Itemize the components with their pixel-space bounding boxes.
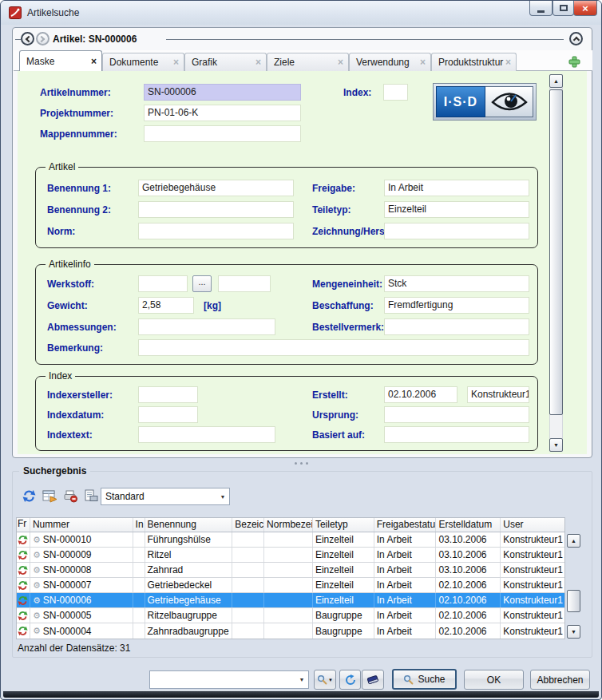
article-panel: Artikel: SN-000006 Maske × Dokumente × G… [12, 27, 592, 458]
indextext-field[interactable] [138, 426, 275, 443]
table-scroll-up-button[interactable]: ▲ [567, 534, 580, 548]
column-header-fr[interactable]: Fr [17, 518, 30, 532]
tab-verwendung[interactable]: Verwendung × [349, 53, 431, 71]
cell-freigabe: In Arbeit [374, 532, 437, 547]
column-header-nummer[interactable]: Nummer [30, 518, 133, 532]
ok-button[interactable]: OK [464, 670, 524, 690]
mengeneinheit-field[interactable]: Stck [384, 275, 529, 292]
artikel-group: Artikel Benennung 1: Getriebegehäuse Fre… [35, 167, 538, 248]
werkstoff-browse-button[interactable]: ... [192, 275, 212, 292]
refresh-button[interactable] [339, 670, 361, 690]
indexdatum-label: Indexdatum: [47, 409, 104, 421]
table-row[interactable]: ⚙SN-000004 Zahnradbaugruppe Baugruppe In… [17, 623, 564, 639]
form-scroll-down-button[interactable]: ▼ [549, 438, 563, 452]
beschaffung-field[interactable]: Fremdfertigung [384, 297, 529, 314]
minimize-button[interactable] [529, 1, 552, 16]
werkstoff-field2[interactable] [218, 275, 271, 292]
clear-button[interactable] [362, 670, 384, 690]
table-row[interactable]: ⚙SN-000007 Getriebedeckel Einzelteil In … [17, 578, 564, 593]
indexersteller-field[interactable] [138, 386, 198, 403]
table-scrollbar-thumb[interactable] [567, 590, 580, 612]
abbrechen-button[interactable]: Abbrechen [530, 670, 590, 690]
view-select-combobox[interactable]: Standard ▼ [101, 488, 230, 505]
table-scroll-down-button[interactable]: ▼ [567, 625, 580, 639]
table-row[interactable]: ⚙SN-000008 Zahnrad Einzelteil In Arbeit … [17, 563, 564, 578]
column-header-teiletyp[interactable]: Teiletyp [313, 518, 374, 532]
tab-dokumente[interactable]: Dokumente × [102, 53, 184, 71]
table-row-selected[interactable]: ⚙SN-000006 Getriebegehäuse Einzelteil In… [17, 593, 564, 608]
tab-close-icon[interactable]: × [173, 57, 179, 68]
suche-button[interactable]: Suche [392, 669, 457, 690]
norm-field[interactable] [138, 223, 294, 239]
part-icon: ⚙ [33, 596, 41, 605]
indexdatum-field[interactable] [138, 406, 198, 423]
cell-teiletyp: Einzelteil [313, 593, 374, 607]
basiert-auf-field[interactable] [384, 426, 529, 443]
tab-close-icon[interactable]: × [505, 57, 511, 68]
print-list-button[interactable] [81, 486, 101, 505]
splitter-handle[interactable] [1, 462, 601, 465]
tab-maske[interactable]: Maske × [19, 50, 102, 71]
index-field[interactable] [383, 84, 408, 101]
bemerkung-field[interactable] [138, 339, 529, 356]
column-header-benennung[interactable]: Benennung [145, 518, 233, 532]
window-titlebar[interactable]: Artikelsuche × [1, 1, 601, 25]
add-tab-button[interactable] [567, 54, 581, 69]
sync-status-icon [18, 550, 28, 560]
tab-strip: Maske × Dokumente × Grafik × Ziele × Ver… [14, 50, 592, 71]
bestellvermerk-field[interactable] [384, 318, 529, 335]
column-header-erstelldatum[interactable]: Erstelldatum [436, 518, 501, 532]
column-header-normbezeichnung[interactable]: Normbezeich [264, 518, 313, 532]
mappennummer-field[interactable] [144, 125, 301, 142]
ursprung-field[interactable] [384, 406, 529, 423]
projektnummer-field[interactable]: PN-01-06-K [144, 105, 301, 121]
basiert-auf-label: Basiert auf: [312, 429, 365, 441]
teiletyp-field[interactable]: Einzelteil [384, 201, 529, 218]
zeichnung-field[interactable] [384, 223, 529, 239]
erstellt-field[interactable]: 02.10.2006 [384, 386, 457, 403]
benennung2-field[interactable] [138, 201, 294, 218]
collapse-button[interactable] [569, 32, 583, 45]
column-header-user[interactable]: User [501, 518, 564, 532]
cell-user: Konstrukteur1 [501, 563, 564, 577]
quick-search-combobox[interactable]: ▼ [149, 670, 309, 689]
freigabe-field[interactable]: In Arbeit [384, 180, 529, 196]
close-button[interactable]: × [573, 1, 597, 16]
column-header-freigabestatus[interactable]: Freigabestatus [374, 518, 437, 532]
tab-close-icon[interactable]: × [255, 57, 261, 68]
part-icon: ⚙ [33, 536, 41, 544]
search-options-button[interactable]: ▼ [314, 670, 336, 690]
tab-produktstruktur[interactable]: Produktstruktur × [431, 53, 517, 71]
tab-label: Grafik [192, 57, 217, 68]
cell-user: Konstrukteur1 [501, 548, 564, 562]
export-table-button[interactable] [40, 486, 59, 505]
maximize-button[interactable] [552, 1, 574, 16]
column-header-in[interactable]: In [133, 518, 145, 532]
print-delete-button[interactable] [61, 486, 80, 505]
bemerkung-label: Bemerkung: [47, 342, 103, 354]
table-row[interactable]: ⚙SN-000005 Ritzelbaugruppe Baugruppe In … [17, 608, 564, 623]
form-scrollbar-thumb[interactable] [549, 89, 563, 415]
tab-close-icon[interactable]: × [420, 57, 426, 68]
form-scroll-up-button[interactable]: ▲ [549, 74, 563, 88]
table-row[interactable]: ⚙SN-000009 Ritzel Einzelteil In Arbeit 0… [17, 548, 564, 563]
table-row[interactable]: ⚙SN-000010 Führungshülse Einzelteil In A… [17, 532, 564, 548]
artikelnummer-field[interactable]: SN-000006 [144, 84, 301, 101]
nav-forward-button[interactable] [36, 32, 50, 45]
werkstoff-field[interactable] [138, 275, 188, 292]
tab-grafik[interactable]: Grafik × [184, 53, 267, 71]
nav-back-button[interactable] [21, 32, 34, 45]
refresh-results-button[interactable] [19, 486, 38, 505]
gewicht-field[interactable]: 2,58 [138, 297, 194, 314]
dropdown-arrow-icon: ▼ [216, 494, 229, 500]
header-line-left [15, 39, 21, 40]
column-header-bezeichnung[interactable]: Bezeich [232, 518, 264, 532]
bestellvermerk-label: Bestellvermerk: [312, 322, 384, 333]
abmessungen-field[interactable] [138, 318, 275, 335]
tab-ziele[interactable]: Ziele × [267, 53, 349, 71]
abmessungen-label: Abmessungen: [47, 322, 117, 333]
tab-close-icon[interactable]: × [338, 57, 343, 68]
benennung1-field[interactable]: Getriebegehäuse [138, 180, 294, 196]
tab-close-icon[interactable]: × [91, 56, 97, 67]
cell-user: Konstrukteur1 [501, 578, 564, 592]
